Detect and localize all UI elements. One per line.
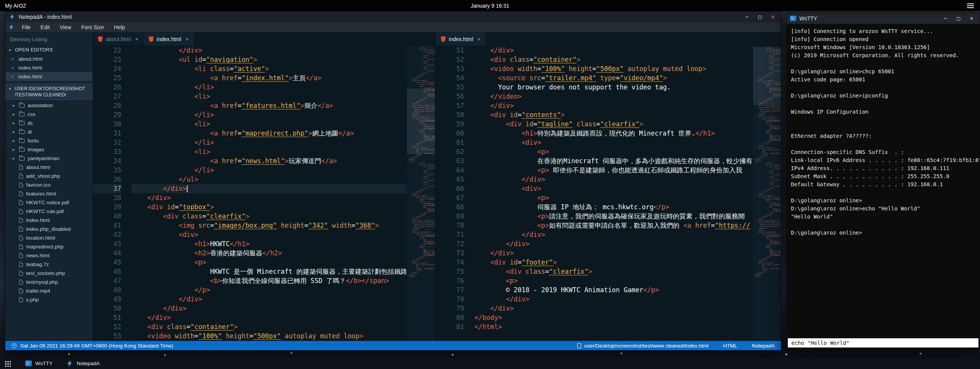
terminal-icon: >_ [25, 361, 32, 366]
menu-help[interactable]: Help [109, 23, 130, 31]
open-editor-item[interactable]: ×index.html [5, 63, 92, 72]
taskbar-item-wstty[interactable]: >_ WsTTY [18, 358, 59, 369]
terminal-line: Microsoft Windows [Version 10.0.18363.12… [791, 43, 975, 51]
notepada-titlebar[interactable]: NotepadA - index.html − ▢ × [5, 12, 781, 22]
file-name: favicon.ico [26, 182, 51, 188]
code-line: <a href="mapredirect.php">網上地圖</a> [132, 129, 407, 138]
tree-file[interactable]: teabag.7z [5, 260, 92, 269]
minimap-viewport[interactable] [753, 47, 781, 105]
close-button[interactable]: × [766, 12, 779, 22]
maximize-button[interactable]: ▢ [753, 12, 766, 22]
close-tab-icon[interactable]: × [478, 36, 481, 42]
tree-folder[interactable]: ▸yamlyamlman [5, 154, 92, 163]
tab-about.html[interactable]: about.html× [93, 33, 144, 46]
tree-folder[interactable]: ▸dl [5, 127, 92, 136]
tab-filename: about.html [106, 36, 131, 42]
tree-file[interactable]: index.php_disabled [5, 225, 92, 233]
close-tab-icon[interactable]: × [185, 36, 188, 42]
open-editor-item[interactable]: ×index.html [5, 72, 92, 81]
terminal-input[interactable]: echo "Hello World" [788, 338, 978, 347]
file-icon [19, 191, 23, 196]
tree-file[interactable]: test_sockets.php [5, 269, 92, 278]
code-line: <p> [474, 276, 753, 285]
code-editor-left[interactable]: </div> <ul id="navigation"> <li class="a… [130, 46, 407, 341]
tree-folder[interactable]: ▸css [5, 110, 92, 119]
code-line: </div> [474, 175, 753, 184]
maximize-button[interactable]: ▢ [952, 13, 965, 24]
menu-font-size[interactable]: Font Size [76, 23, 109, 31]
tree-folder[interactable]: ▸images [5, 145, 92, 154]
tree-file[interactable]: trailer.mp4 [5, 286, 92, 295]
tree-folder[interactable]: ▸autostation [5, 101, 92, 110]
close-editor-icon[interactable]: × [11, 65, 15, 71]
tree-file[interactable]: about.html [5, 163, 92, 172]
minimize-button[interactable]: − [740, 12, 753, 22]
tree-file[interactable]: news.html [5, 251, 92, 260]
line-number: 72 [436, 239, 464, 248]
folder-icon [19, 157, 25, 161]
folder-name: fonts [28, 138, 39, 144]
taskbar-item-notepada[interactable]: NotepadA [59, 358, 107, 369]
tab-index.html[interactable]: index.html× [436, 33, 486, 46]
statusbar-language-mode[interactable]: HTML [723, 343, 737, 349]
file-icon [19, 297, 23, 302]
code-line: <p>如有問題或需要申請白名單，歡迎加入我們的 <a href="https:/… [474, 221, 753, 230]
editor-pane-left: about.html×index.html× 22232425262728293… [93, 33, 436, 341]
close-editor-icon[interactable]: × [11, 56, 15, 62]
close-editor-icon[interactable]: × [11, 74, 15, 79]
code-line: <div id="contents"> [474, 110, 753, 119]
line-number: 57 [436, 101, 464, 110]
code-line: <a href="news.html">玩家傳送門</a> [132, 156, 407, 165]
tree-file[interactable]: add_vhost.php [5, 172, 92, 180]
line-number: 28 [93, 101, 121, 110]
tree-folder[interactable]: ▸fonts [5, 136, 92, 145]
terminal-line: D:\golang\aroz online> [791, 229, 975, 237]
code-editor-right[interactable]: </div> <div class="container"> <video wi… [473, 46, 753, 341]
minimap-viewport[interactable] [407, 89, 435, 154]
code-line: <li> [132, 119, 407, 129]
tree-file[interactable]: HKWTC rule.pdf [5, 207, 92, 216]
wstty-titlebar[interactable]: >_ WsTTY − ▢ × [787, 13, 980, 24]
terminal-line: "Hello World" [791, 213, 975, 221]
minimap-right[interactable]: </div> <ul id="navigation"> <li class="a… [753, 46, 781, 341]
folder-name: css [28, 111, 35, 117]
tree-file[interactable]: favicon.ico [5, 180, 92, 189]
tree-file[interactable]: features.html [5, 189, 92, 198]
file-name: testmysql.php [26, 279, 58, 285]
tab-index.html[interactable]: index.html× [144, 33, 194, 46]
menu-file[interactable]: File [17, 23, 36, 31]
collapse-arrow-icon: ▾ [9, 48, 12, 53]
tree-file[interactable]: HKWTC notice.pdf [5, 198, 92, 207]
line-number: 43 [93, 239, 121, 248]
code-line: © 2018 - 2019 HKWTC Animation Gamer</p> [474, 285, 753, 295]
tree-folder[interactable]: ▸dc [5, 119, 92, 127]
tree-file[interactable]: x.php [5, 295, 92, 304]
terminal-output[interactable]: [info] Conencting to arozos WsTTY servic… [787, 24, 980, 338]
close-tab-icon[interactable]: × [135, 36, 138, 42]
tree-file[interactable]: index.html [5, 216, 92, 225]
terminal-line: [info] Conencting to arozos WsTTY servic… [791, 27, 975, 35]
close-button[interactable]: × [965, 13, 978, 24]
open-editor-item[interactable]: ×about.html [5, 55, 92, 63]
minimap-left[interactable]: </div> <ul id="navigation"> <li class="a… [407, 46, 435, 341]
tree-file[interactable]: testmysql.php [5, 278, 92, 286]
line-number: 52 [436, 55, 464, 64]
app-grid-icon[interactable] [4, 360, 11, 367]
tree-file[interactable]: mapredirect.php [5, 242, 92, 251]
file-name: index.php_disabled [26, 226, 71, 232]
file-icon [19, 209, 23, 214]
open-editors-section[interactable]: ▾ OPEN EDITORS [5, 45, 92, 55]
file-icon [19, 253, 23, 258]
menu-view[interactable]: View [55, 23, 76, 31]
menu-edit[interactable]: Edit [36, 23, 55, 31]
window-title: WsTTY [799, 15, 817, 22]
tree-file[interactable]: location.html [5, 233, 92, 242]
code-line: </p> [132, 285, 407, 295]
minimap-content: </div> <ul id="navigation"> <li class="a… [408, 47, 433, 277]
minimize-button[interactable]: − [939, 13, 952, 24]
hamburger-menu-icon[interactable] [967, 3, 974, 8]
workspace-root-folder[interactable]: ▾ USER:/DESKTOP/SCREENSHOT /TEST/WWW CLE… [5, 84, 92, 100]
code-line: <ul id="navigation"> [132, 55, 407, 64]
code-line: <video width="100%" height="500px" autop… [474, 64, 753, 73]
file-icon [19, 288, 23, 293]
